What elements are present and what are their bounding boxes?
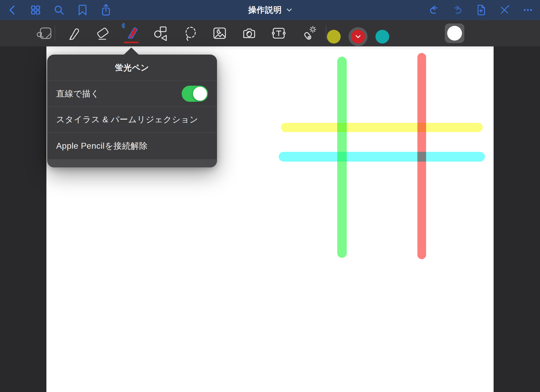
- pen-mode-toggle-button[interactable]: [499, 4, 510, 16]
- yellow-horizontal-stroke: [281, 123, 483, 132]
- stroke-size-medium[interactable]: [428, 50, 434, 56]
- toggle-knob: [193, 87, 207, 101]
- color-swatch-teal[interactable]: [375, 30, 389, 43]
- topbar-right-group: [429, 0, 533, 20]
- undo-button[interactable]: [429, 4, 439, 16]
- highlighter-settings-popover: 蛍光ペン 直線で描く スタイラス & パームリジェクション Apple Penc…: [47, 55, 217, 167]
- selected-tool-underline: [124, 42, 139, 43]
- page-thumbnails-button[interactable]: [30, 4, 41, 16]
- topbar-left-group: [7, 0, 111, 20]
- top-navigation-bar: 操作説明: [0, 0, 540, 20]
- text-tool-button[interactable]: [270, 25, 287, 42]
- popover-title: 蛍光ペン: [115, 62, 149, 73]
- drawing-toolbar: [0, 20, 540, 46]
- pen-tool-button[interactable]: [65, 25, 81, 42]
- swatch-chevron-down-icon: [355, 35, 361, 38]
- more-options-button[interactable]: [523, 4, 533, 16]
- toolbar-divider: [326, 25, 326, 41]
- highlighter-tool-button[interactable]: [123, 25, 140, 42]
- draw-straight-toggle[interactable]: [182, 86, 208, 102]
- bluetooth-icon: [121, 23, 125, 28]
- back-button[interactable]: [7, 4, 17, 16]
- popover-row-disconnect-apple-pencil[interactable]: Apple Pencilを接続解除: [47, 133, 217, 159]
- stroke-size-large-dot: [447, 26, 462, 41]
- popover-row-stylus-palm-rejection[interactable]: スタイラス & パームリジェクション: [47, 107, 217, 133]
- draw-straight-label: 直線で描く: [56, 88, 99, 100]
- add-page-button[interactable]: [476, 4, 486, 16]
- shapes-tool-button[interactable]: [153, 25, 170, 42]
- color-swatch-olive[interactable]: [327, 30, 341, 43]
- stroke-size-large-selected[interactable]: [445, 23, 464, 43]
- eraser-tool-button[interactable]: [94, 25, 111, 42]
- highlighter-icon: [124, 25, 139, 41]
- share-button[interactable]: [101, 4, 111, 16]
- laser-pointer-tool-button[interactable]: [300, 25, 317, 42]
- image-tool-button[interactable]: [211, 25, 228, 42]
- title-chevron-down-icon[interactable]: [287, 8, 292, 12]
- bookmark-button[interactable]: [77, 4, 88, 16]
- disconnect-apple-pencil-label: Apple Pencilを接続解除: [56, 140, 148, 152]
- redo-button[interactable]: [452, 4, 463, 16]
- color-swatch-red-selected[interactable]: [349, 27, 368, 46]
- popover-partial-next-row: [47, 159, 217, 167]
- toolbar-panel-button[interactable]: [36, 25, 52, 42]
- document-title: 操作説明: [248, 4, 282, 16]
- camera-tool-button[interactable]: [241, 25, 258, 42]
- stylus-palm-rejection-label: スタイラス & パームリジェクション: [56, 114, 198, 125]
- lasso-tool-button[interactable]: [182, 25, 199, 42]
- popover-row-draw-straight: 直線で描く: [47, 81, 217, 107]
- popover-title-row: 蛍光ペン: [47, 55, 217, 81]
- search-button[interactable]: [54, 4, 64, 16]
- cyan-horizontal-stroke: [279, 152, 485, 162]
- toolbar-divider: [55, 25, 55, 41]
- stroke-size-small[interactable]: [405, 51, 408, 55]
